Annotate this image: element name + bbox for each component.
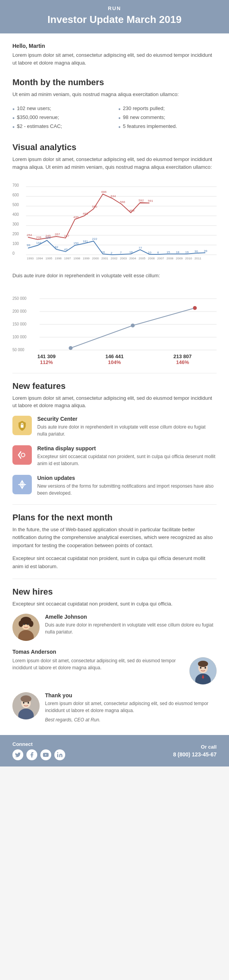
linkedin-icon[interactable]: [54, 749, 65, 760]
thankyou-text: Lorem ipsum dolor sit amet, consectetur …: [45, 700, 217, 714]
bullet-icon: •: [12, 105, 15, 113]
footer-call: Or call 8 (800) 123-45-67: [173, 744, 217, 758]
social-icons: [12, 749, 65, 760]
svg-text:500: 500: [12, 203, 19, 207]
chart1-container: 0 100 200 300 400 500 600 700: [12, 177, 217, 264]
svg-text:2009: 2009: [176, 257, 183, 260]
features-subtext: Lorem ipsum dolor sit amet, consectetur …: [12, 394, 217, 410]
svg-text:591: 591: [148, 199, 153, 203]
list-item: • 102 new users;: [12, 105, 111, 114]
svg-text:2010: 2010: [185, 257, 192, 260]
svg-text:300: 300: [12, 222, 19, 226]
svg-text:2008: 2008: [167, 257, 173, 260]
security-icon: [12, 416, 32, 435]
footer-connect: Connect: [12, 741, 65, 760]
svg-text:18: 18: [101, 250, 105, 254]
divider: [12, 579, 217, 579]
svg-point-100: [29, 621, 33, 627]
chart1-caption: Duis aute irure dolor in reprehenderit i…: [12, 272, 217, 280]
svg-point-82: [69, 346, 72, 350]
footer: Connect: [0, 735, 229, 766]
bullet-icon: •: [12, 123, 15, 131]
phone-number: 8 (800) 123-45-67: [173, 751, 217, 758]
feature-item-security: Security Center Duis aute irure dolor in…: [12, 416, 217, 438]
hires-subtext: Excepteur sint occaecat cupidatat non pr…: [12, 600, 217, 608]
visual-section: Visual analytics Lorem ipsum dolor sit a…: [12, 142, 217, 365]
svg-text:247: 247: [64, 234, 69, 238]
hires-heading: New hires: [12, 587, 217, 597]
svg-text:400: 400: [12, 212, 19, 217]
thankyou-heading: Thank you: [45, 692, 217, 698]
svg-point-119: [57, 752, 58, 753]
svg-text:150 000: 150 000: [12, 322, 27, 326]
twitter-icon[interactable]: [12, 749, 23, 760]
svg-rect-87: [22, 424, 23, 425]
greeting: Hello, Martin: [12, 43, 217, 49]
numbers-right: • 230 reports pulled; • 98 new comments;…: [118, 105, 217, 132]
svg-text:468: 468: [129, 209, 135, 212]
thankyou-signature: Best regards, CEO at Run.: [45, 716, 217, 723]
visual-subtext: Lorem ipsum dolor sit amet, consectetur …: [12, 156, 217, 171]
svg-text:226: 226: [36, 236, 42, 239]
svg-text:600: 600: [12, 193, 19, 197]
svg-text:2011: 2011: [194, 257, 201, 260]
chart2-label-2: 213 807: [173, 354, 192, 359]
svg-text:39: 39: [204, 249, 207, 253]
svg-text:2006: 2006: [148, 257, 155, 260]
thankyou-photo: [12, 692, 40, 719]
amelle-text: Duis aute irure dolor in reprehenderit i…: [45, 621, 217, 635]
feature-desc-union: New versions of the forms for submitting…: [37, 483, 217, 497]
features-heading: New features: [12, 381, 217, 391]
svg-text:77: 77: [139, 246, 142, 250]
numbers-section: Month by the numbers Ut enim ad minim ve…: [12, 77, 217, 131]
svg-text:267: 267: [55, 233, 60, 236]
svg-text:2001: 2001: [101, 257, 108, 260]
feature-desc-security: Duis aute irure dolor in reprehenderit i…: [37, 424, 217, 438]
feature-name-union: Union updates: [37, 475, 217, 481]
facebook-icon[interactable]: [26, 749, 37, 760]
svg-point-83: [131, 324, 134, 327]
svg-text:2: 2: [111, 251, 113, 255]
intro-text: Lorem ipsum dolor sit amet, consectetur …: [12, 51, 217, 66]
svg-text:222: 222: [92, 237, 97, 241]
numbers-left: • 102 new users; • $350,000 revenue; • $…: [12, 105, 111, 132]
svg-text:10: 10: [148, 251, 151, 254]
list-item: • 230 reports pulled;: [118, 105, 217, 114]
bullet-icon: •: [12, 114, 15, 122]
feature-content-retina: Retina display support Excepteur sint oc…: [37, 445, 217, 467]
youtube-icon[interactable]: [40, 749, 51, 760]
svg-text:250 000: 250 000: [12, 296, 27, 301]
list-item: • 5 features implemented.: [118, 122, 217, 131]
chart1-svg: 0 100 200 300 400 500 600 700: [12, 177, 217, 262]
svg-point-99: [19, 621, 23, 627]
svg-text:7: 7: [120, 251, 122, 254]
svg-text:1993: 1993: [27, 257, 34, 260]
tomas-text: Lorem ipsum dolor sit amet, consectetur …: [12, 657, 184, 671]
svg-text:686: 686: [101, 190, 107, 194]
numbers-heading: Month by the numbers: [12, 77, 217, 88]
svg-text:6: 6: [157, 251, 159, 254]
svg-text:43: 43: [64, 248, 68, 251]
svg-text:1995: 1995: [45, 257, 52, 260]
feature-content-union: Union updates New versions of the forms …: [37, 475, 217, 497]
divider: [12, 373, 217, 373]
svg-point-101: [23, 623, 25, 625]
svg-point-109: [205, 667, 206, 669]
svg-text:50 000: 50 000: [12, 348, 24, 352]
svg-text:150: 150: [73, 242, 79, 245]
amelle-name: Amelle Johnson: [45, 614, 217, 620]
tomas-name: Tomas Anderson: [12, 649, 217, 655]
thankyou-section: Thank you Lorem ipsum dolor sit amet, co…: [12, 692, 217, 726]
svg-text:2002: 2002: [111, 257, 118, 260]
svg-text:30: 30: [194, 250, 198, 253]
chart2-pct-2: 146%: [173, 359, 192, 365]
chart2-container: 50 000 100 000 150 000 200 000 250 000: [12, 286, 217, 365]
svg-text:100: 100: [12, 242, 19, 246]
svg-point-110: [198, 661, 208, 667]
feature-item-union: Union updates New versions of the forms …: [12, 475, 217, 497]
hire-item-amelle: Amelle Johnson Duis aute irure dolor in …: [12, 614, 217, 641]
header: RUN Investor Update March 2019: [0, 0, 229, 33]
numbers-subtext: Ut enim ad minim veniam, quis nostrud ma…: [12, 91, 217, 98]
svg-text:200: 200: [12, 232, 19, 236]
svg-point-117: [21, 695, 31, 702]
